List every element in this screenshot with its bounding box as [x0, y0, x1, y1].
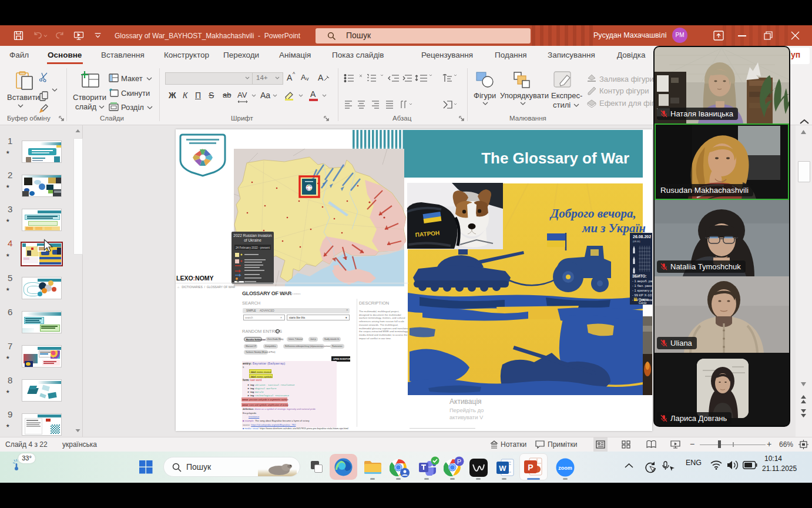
svg-text:zoom: zoom [558, 465, 572, 471]
svg-text:of Ukraine: of Ukraine [244, 238, 261, 242]
svg-text:24 February 2022 - present: 24 February 2022 - present [236, 246, 270, 249]
svg-text:ЗБИТО:: ЗБИТО: [632, 274, 646, 278]
svg-text:- 1 бал. раке: - 1 бал. раке [632, 284, 652, 288]
svg-text:- 1 аероб. ра: - 1 аероб. ра [632, 279, 652, 283]
svg-text:The Glossary of War: The Glossary of War [481, 149, 629, 167]
svg-text:Доброго вечора,: Доброго вечора, [549, 206, 636, 220]
svg-text:- 1 крилату р: - 1 крилату р [632, 289, 652, 292]
svg-text:W: W [499, 464, 506, 473]
svg-text:(08.00): (08.00) [633, 240, 640, 243]
svg-text:P: P [528, 463, 533, 472]
svg-text:26.08.202: 26.08.202 [633, 235, 651, 239]
svg-text:2022 Russian invasion: 2022 Russian invasion [233, 233, 272, 238]
svg-text:Сили: Сили [639, 301, 646, 305]
svg-text:P: P [457, 458, 461, 465]
svg-text:- 99 КР Х-101: - 99 КР Х-101 [632, 293, 652, 297]
